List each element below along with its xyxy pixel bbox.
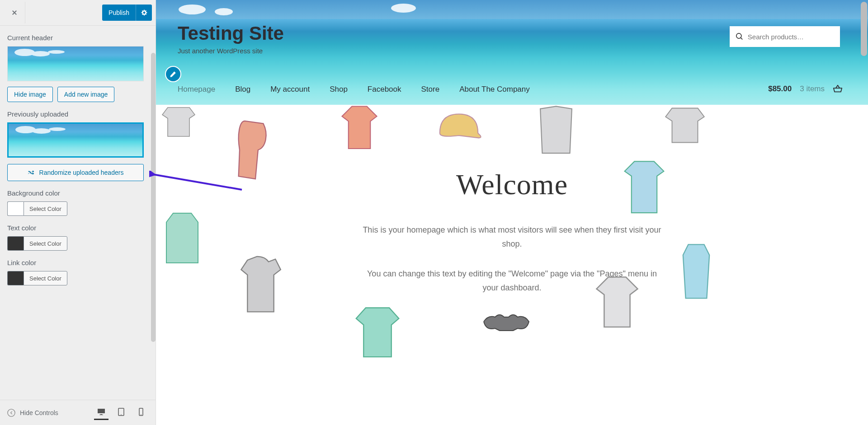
background-select-color-button[interactable]: Select Color bbox=[24, 201, 67, 216]
svg-point-0 bbox=[8, 409, 15, 416]
randomize-headers-button[interactable]: Randomize uploaded headers bbox=[7, 164, 144, 181]
customizer-header: Publish bbox=[0, 0, 156, 26]
search-box[interactable] bbox=[730, 26, 840, 47]
nav-store[interactable]: Store bbox=[421, 85, 440, 94]
desktop-icon bbox=[97, 407, 106, 416]
nav-facebook[interactable]: Facebook bbox=[368, 85, 401, 94]
site-tagline: Just another WordPress site bbox=[178, 47, 284, 55]
link-color-swatch[interactable] bbox=[7, 271, 24, 285]
hide-image-button[interactable]: Hide image bbox=[7, 87, 53, 102]
nav-blog[interactable]: Blog bbox=[235, 85, 250, 94]
search-input[interactable] bbox=[748, 33, 834, 41]
customizer-body: Current header Hide image Add new image … bbox=[0, 26, 156, 400]
welcome-paragraph-1: This is your homepage which is what most… bbox=[359, 223, 666, 251]
text-color-swatch[interactable] bbox=[7, 236, 24, 251]
text-color-label: Text color bbox=[7, 224, 148, 232]
link-color-label: Link color bbox=[7, 259, 148, 266]
link-select-color-button[interactable]: Select Color bbox=[24, 271, 67, 285]
text-select-color-button[interactable]: Select Color bbox=[24, 236, 67, 251]
cart-summary[interactable]: $85.00 3 items bbox=[768, 84, 843, 94]
basket-icon bbox=[833, 84, 843, 94]
svg-line-5 bbox=[153, 174, 242, 190]
primary-nav: Homepage Blog My account Shop Facebook S… bbox=[178, 85, 530, 94]
site-preview: Testing Site Just another WordPress site… bbox=[156, 0, 868, 425]
svg-point-4 bbox=[141, 414, 142, 415]
collapse-left-icon bbox=[7, 409, 15, 417]
edit-shortcut-button[interactable] bbox=[165, 66, 181, 82]
pencil-icon bbox=[170, 70, 177, 78]
customizer-scrollbar[interactable] bbox=[151, 53, 156, 342]
background-color-label: Background color bbox=[7, 189, 148, 197]
publish-settings-button[interactable] bbox=[136, 5, 152, 21]
svg-point-2 bbox=[121, 414, 122, 415]
mobile-icon bbox=[137, 407, 146, 416]
customizer-panel: Publish Current header Hide image Add ne… bbox=[0, 0, 156, 425]
annotation-arrow bbox=[149, 171, 244, 193]
randomize-label: Randomize uploaded headers bbox=[39, 169, 124, 176]
current-header-image[interactable] bbox=[7, 46, 144, 81]
nav-shop[interactable]: Shop bbox=[330, 85, 348, 94]
site-title[interactable]: Testing Site bbox=[178, 23, 284, 44]
close-customizer-button[interactable] bbox=[4, 2, 25, 23]
preview-scrollbar[interactable] bbox=[861, 2, 867, 56]
background-color-swatch[interactable] bbox=[7, 201, 24, 216]
customizer-footer: Hide Controls bbox=[0, 400, 156, 425]
device-tablet-button[interactable] bbox=[114, 406, 128, 420]
cart-item-count: 3 items bbox=[800, 84, 825, 93]
add-new-image-button[interactable]: Add new image bbox=[57, 87, 115, 102]
shuffle-icon bbox=[28, 169, 35, 176]
gear-icon bbox=[141, 9, 148, 16]
device-desktop-button[interactable] bbox=[94, 406, 108, 420]
previously-uploaded-image[interactable] bbox=[7, 122, 144, 158]
nav-my-account[interactable]: My account bbox=[270, 85, 310, 94]
search-icon bbox=[736, 33, 743, 41]
close-icon bbox=[10, 8, 19, 17]
hide-controls-label: Hide Controls bbox=[20, 409, 58, 416]
nav-homepage[interactable]: Homepage bbox=[178, 85, 215, 94]
site-header: Testing Site Just another WordPress site… bbox=[156, 0, 868, 105]
cart-total: $85.00 bbox=[768, 84, 792, 93]
device-mobile-button[interactable] bbox=[134, 406, 148, 420]
page-body: Welcome This is your homepage which is w… bbox=[156, 105, 868, 425]
publish-button[interactable]: Publish bbox=[102, 5, 136, 21]
hide-controls-button[interactable]: Hide Controls bbox=[7, 409, 58, 417]
nav-about[interactable]: About The Company bbox=[459, 85, 530, 94]
previously-uploaded-label: Previously uploaded bbox=[7, 110, 148, 118]
current-header-label: Current header bbox=[7, 34, 148, 42]
tablet-icon bbox=[117, 407, 126, 416]
